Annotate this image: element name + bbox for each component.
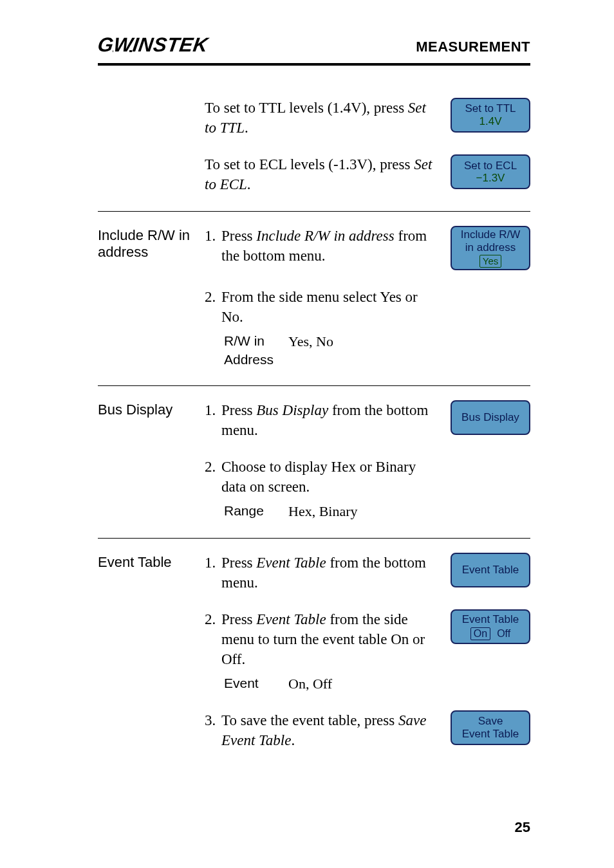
rw-option-key: R/W in Address: [224, 332, 288, 369]
event-option-value: On, Off: [288, 674, 332, 694]
event-table-label: Event Table: [98, 553, 205, 571]
range-option-key: Range: [224, 502, 288, 521]
event-option-key: Event: [224, 674, 288, 694]
bus-display-step2: 2.Choose to display Hex or Binary data o…: [205, 457, 448, 521]
rw-option-value: Yes, No: [288, 332, 333, 369]
bus-display-step1: 1.Press Bus Display from the bottom menu…: [205, 400, 448, 440]
include-rw-step1: 1.Press Include R/W in address from the …: [205, 226, 448, 266]
event-table-step2: 2.Press Event Table from the side menu t…: [205, 609, 448, 694]
save-event-table-button[interactable]: Save Event Table: [451, 710, 530, 745]
set-to-ecl-button[interactable]: Set to ECL −1.3V: [451, 154, 530, 189]
include-rw-step2: 2.From the side menu select Yes or No. R…: [205, 287, 448, 369]
bus-display-button[interactable]: Bus Display: [451, 400, 530, 435]
set-to-ttl-button[interactable]: Set to TTL 1.4V: [451, 98, 530, 133]
range-option-value: Hex, Binary: [288, 502, 358, 521]
include-rw-label: Include R/W in address: [98, 226, 205, 261]
event-table-step3: 3.To save the event table, press Save Ev…: [205, 710, 448, 750]
event-table-toggle-button[interactable]: Event Table On Off: [451, 609, 530, 644]
header-rule: [98, 63, 530, 66]
brand-logo: GWINSTEK: [96, 33, 209, 57]
section-title: MEASUREMENT: [416, 39, 530, 57]
divider: [98, 211, 530, 212]
event-table-button[interactable]: Event Table: [451, 553, 530, 587]
bus-display-label: Bus Display: [98, 400, 205, 418]
page-number: 25: [515, 819, 530, 836]
divider: [98, 538, 530, 539]
ecl-instruction: To set to ECL levels (-1.3V), press Set …: [205, 154, 448, 194]
include-rw-button[interactable]: Include R/W in address Yes: [451, 226, 530, 270]
ttl-instruction: To set to TTL levels (1.4V), press Set t…: [205, 98, 448, 138]
divider: [98, 385, 530, 386]
event-table-step1: 1.Press Event Table from the bottom menu…: [205, 553, 448, 593]
